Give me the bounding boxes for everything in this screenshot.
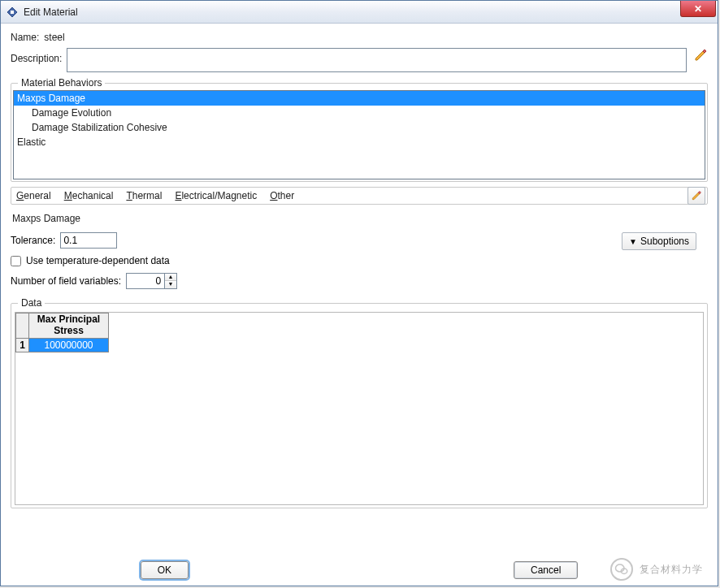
pencil-icon	[693, 48, 708, 63]
svg-rect-1	[11, 11, 14, 14]
behavior-item-maxps-damage[interactable]: Maxps Damage	[14, 91, 705, 106]
temperature-dependent-checkbox[interactable]	[11, 256, 21, 266]
temperature-dependent-row: Use temperature-dependent data	[11, 255, 708, 266]
menu-mechanical[interactable]: Mechanical	[64, 190, 114, 201]
spinner-up[interactable]: ▲	[165, 274, 176, 281]
titlebar[interactable]: Edit Material ✕	[1, 1, 718, 24]
pencil-icon	[691, 190, 702, 201]
menu-electrical[interactable]: Electrical/Magnetic	[175, 190, 257, 201]
data-table: Max Principal Stress 1 100000000	[15, 313, 109, 352]
behaviors-list[interactable]: Maxps Damage Damage Evolution Damage Sta…	[13, 90, 705, 179]
svg-point-6	[616, 564, 625, 572]
data-grid[interactable]: Max Principal Stress 1 100000000	[15, 312, 704, 505]
edit-behavior-button[interactable]	[687, 187, 705, 205]
temperature-dependent-label: Use temperature-dependent data	[26, 255, 170, 266]
col-header-max-principal-stress[interactable]: Max Principal Stress	[29, 313, 109, 339]
name-row: Name: steel	[11, 32, 708, 43]
close-button[interactable]: ✕	[680, 1, 716, 17]
behavior-item-damage-stabilization[interactable]: Damage Stabilization Cohesive	[14, 120, 705, 135]
table-row[interactable]: 1 100000000	[16, 338, 109, 352]
panel-title: Maxps Damage	[12, 213, 708, 224]
behavior-item-elastic[interactable]: Elastic	[14, 135, 705, 149]
cancel-button[interactable]: Cancel	[514, 561, 578, 579]
behavior-menubar: General Mechanical Thermal Electrical/Ma…	[11, 187, 708, 205]
description-label: Description:	[11, 53, 62, 64]
watermark: 复合材料力学	[610, 558, 703, 581]
material-behaviors-fieldset: Material Behaviors Maxps Damage Damage E…	[11, 77, 708, 182]
tolerance-label: Tolerance:	[11, 235, 55, 246]
material-behaviors-legend: Material Behaviors	[18, 77, 105, 89]
description-row: Description:	[11, 48, 708, 72]
menu-other[interactable]: Other	[270, 190, 294, 201]
close-icon: ✕	[694, 3, 702, 15]
row-number[interactable]: 1	[16, 338, 29, 352]
menu-general[interactable]: General	[16, 190, 51, 201]
name-label: Name:	[11, 32, 39, 43]
field-variables-label: Number of field variables:	[11, 275, 121, 287]
description-input[interactable]	[67, 48, 687, 72]
suboptions-label: Suboptions	[640, 236, 689, 247]
menu-thermal[interactable]: Thermal	[126, 190, 162, 201]
behavior-item-damage-evolution[interactable]: Damage Evolution	[14, 106, 705, 120]
field-variables-spinner[interactable]: ▲ ▼	[126, 273, 177, 289]
edit-description-button[interactable]	[693, 48, 708, 63]
svg-marker-2	[696, 51, 705, 60]
chevron-down-icon: ▼	[629, 237, 637, 246]
field-variables-row: Number of field variables: ▲ ▼	[11, 273, 708, 289]
name-value: steel	[44, 32, 64, 43]
wechat-icon	[610, 558, 633, 581]
window-title: Edit Material	[24, 6, 78, 18]
svg-marker-4	[692, 192, 700, 200]
data-legend: Data	[18, 297, 45, 309]
watermark-text: 复合材料力学	[640, 563, 703, 577]
tolerance-row: Tolerance:	[11, 232, 708, 249]
app-icon	[6, 6, 19, 19]
row-header-blank	[16, 313, 29, 339]
edit-material-dialog: Edit Material ✕ Name: steel Description:…	[0, 0, 718, 586]
suboptions-button[interactable]: ▼ Suboptions	[622, 232, 696, 250]
ok-button[interactable]: OK	[141, 561, 189, 579]
cell-max-principal-stress[interactable]: 100000000	[29, 338, 109, 352]
field-variables-input[interactable]	[127, 275, 164, 287]
spinner-down[interactable]: ▼	[165, 281, 176, 288]
data-fieldset: Data Max Principal Stress 1 100000000	[11, 297, 708, 508]
tolerance-input[interactable]	[60, 232, 117, 249]
